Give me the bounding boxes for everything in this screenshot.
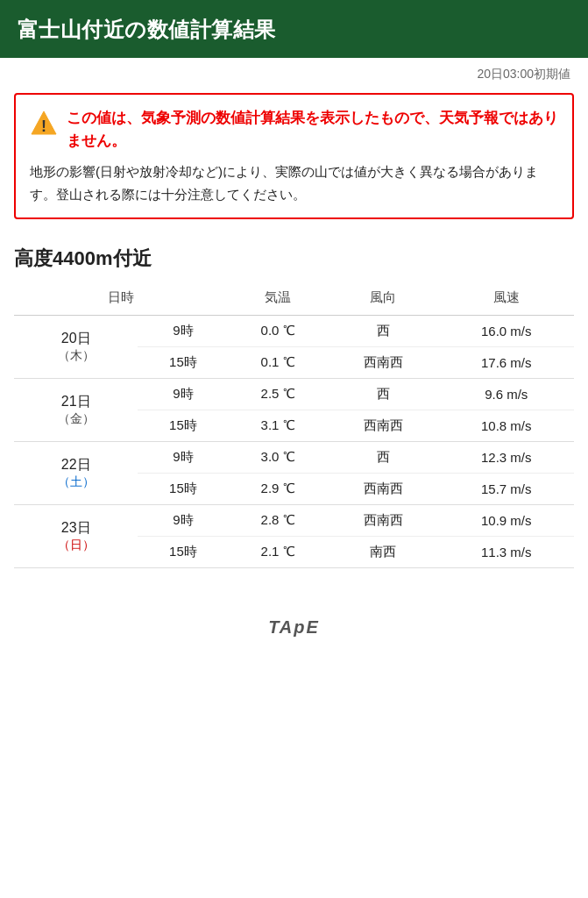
speed-cell: 10.9 m/s [438,505,574,537]
tape-label: TApE [268,617,320,637]
direction-cell: 西 [328,442,439,474]
warning-icon: ! [30,109,58,137]
time-cell: 9時 [138,505,228,537]
date-cell: 23日（日） [14,505,138,568]
col-header-temp: 気温 [228,281,327,316]
speed-cell: 9.6 m/s [438,379,574,410]
temp-cell: 2.1 ℃ [228,537,327,568]
date-main: 22日 [19,456,132,474]
temp-cell: 0.1 ℃ [228,347,327,379]
warning-title: この値は、気象予測の数値計算結果を表示したもので、天気予報ではありません。 [67,107,558,152]
time-cell: 15時 [138,410,228,442]
time-cell: 9時 [138,316,228,347]
speed-cell: 11.3 m/s [438,537,574,568]
table-wrapper: 日時 気温 風向 風速 20日（木）9時0.0 ℃西16.0 m/s15時0.1… [0,281,588,568]
temp-cell: 0.0 ℃ [228,316,327,347]
date-main: 21日 [19,393,132,411]
date-main: 23日 [19,519,132,538]
col-header-datetime: 日時 [14,281,228,316]
direction-cell: 南西 [328,537,439,568]
time-cell: 9時 [138,442,228,474]
timestamp: 20日03:00初期値 [477,67,570,82]
date-cell: 21日（金） [14,379,138,442]
date-cell: 20日（木） [14,316,138,379]
date-cell: 22日（土） [14,442,138,505]
table-row: 20日（木）9時0.0 ℃西16.0 m/s [14,316,574,347]
time-cell: 9時 [138,379,228,410]
temp-cell: 2.9 ℃ [228,474,327,505]
warning-header: ! この値は、気象予測の数値計算結果を表示したもので、天気予報ではありません。 [30,107,558,152]
speed-cell: 15.7 m/s [438,474,574,505]
direction-cell: 西 [328,316,439,347]
col-header-direction: 風向 [328,281,439,316]
table-row: 21日（金）9時2.5 ℃西9.6 m/s [14,379,574,410]
svg-text:!: ! [41,118,46,135]
speed-cell: 10.8 m/s [438,410,574,442]
table-row: 23日（日）9時2.8 ℃西南西10.9 m/s [14,505,574,537]
date-day: （日） [19,538,132,553]
warning-body: 地形の影響(日射や放射冷却など)により、実際の山では値が大きく異なる場合がありま… [30,160,558,205]
direction-cell: 西南西 [328,474,439,505]
page-container: 富士山付近の数値計算結果 20日03:00初期値 ! この値は、気象予測の数値計… [0,0,588,652]
temp-cell: 3.1 ℃ [228,410,327,442]
col-header-speed: 風速 [438,281,574,316]
direction-cell: 西南西 [328,410,439,442]
temp-cell: 2.8 ℃ [228,505,327,537]
time-cell: 15時 [138,474,228,505]
date-day: （金） [19,411,132,427]
speed-cell: 16.0 m/s [438,316,574,347]
footer-area: TApE [0,603,588,652]
direction-cell: 西南西 [328,347,439,379]
temp-cell: 2.5 ℃ [228,379,327,410]
altitude-heading: 高度4400m付近 [0,233,588,281]
date-day: （土） [19,474,132,490]
time-cell: 15時 [138,537,228,568]
date-main: 20日 [19,330,132,348]
speed-cell: 17.6 m/s [438,347,574,379]
direction-cell: 西南西 [328,505,439,537]
date-day: （木） [19,348,132,364]
table-row: 22日（土）9時3.0 ℃西12.3 m/s [14,442,574,474]
timestamp-bar: 20日03:00初期値 [0,58,588,89]
warning-box: ! この値は、気象予測の数値計算結果を表示したもので、天気予報ではありません。 … [14,93,574,219]
page-header: 富士山付近の数値計算結果 [0,0,588,58]
table-header-row: 日時 気温 風向 風速 [14,281,574,316]
weather-table: 日時 気温 風向 風速 20日（木）9時0.0 ℃西16.0 m/s15時0.1… [14,281,574,568]
time-cell: 15時 [138,347,228,379]
speed-cell: 12.3 m/s [438,442,574,474]
direction-cell: 西 [328,379,439,410]
temp-cell: 3.0 ℃ [228,442,327,474]
page-title: 富士山付近の数値計算結果 [18,16,570,44]
